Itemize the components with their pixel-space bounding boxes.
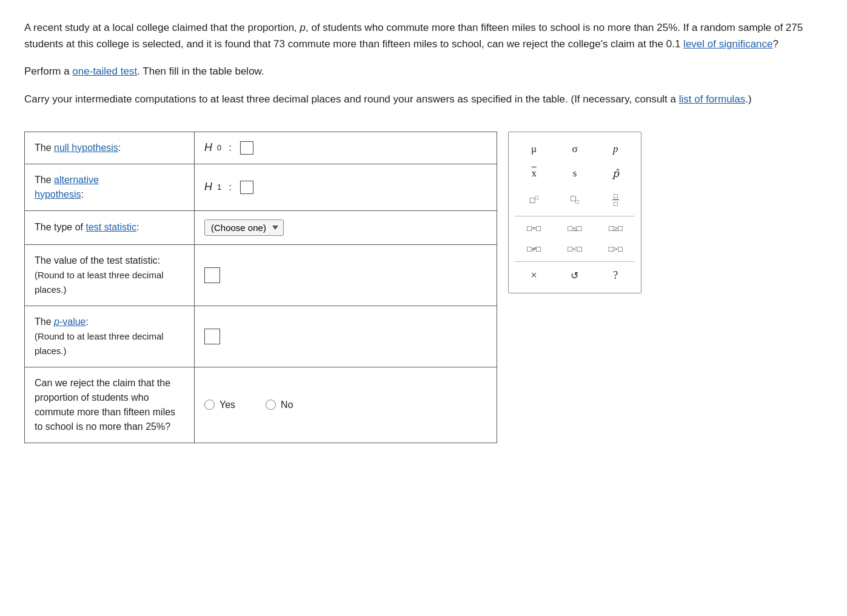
null-hypothesis-input-cell: H0 : [195,132,497,164]
symbol-divider-1 [515,216,635,216]
one-tailed-test-link[interactable]: one-tailed test [72,65,137,77]
h0-subscript: 0 [217,143,221,152]
h1-symbol: H [204,181,212,193]
no-label: No [281,400,293,410]
test-statistic-value-row: The value of the test statistic: (Round … [25,244,497,306]
lt-button[interactable]: □<□ [555,241,594,258]
test-statistic-type-label: The type of test statistic: [25,210,195,244]
s-button[interactable]: s [555,164,594,184]
reject-claim-input-cell: Yes No [195,367,497,443]
intro-paragraph-1: A recent study at a local college claime… [24,19,812,52]
symbol-grid-row4: □=□ □≤□ □≥□ [515,220,635,237]
eq-button[interactable]: □=□ [515,220,553,237]
test-statistic-value-input-cell [195,244,497,306]
null-hypothesis-link[interactable]: null hypothesis [54,142,118,153]
test-statistic-type-input-cell: (Choose one) Z t Chi-square F [195,210,497,244]
alternative-hypothesis-row: The alternativehypothesis: H1 : [25,164,497,210]
yes-label: Yes [219,400,235,410]
p-value-link[interactable]: p-value [54,316,85,327]
symbol-grid-row5: □≠□ □<□ □>□ [515,241,635,258]
p-value-input-cell [195,306,497,367]
level-of-significance-link[interactable]: level of significance [683,38,772,50]
symbol-panel: μ σ p x s p̂ □□ □□ □ □ □=□ □≤□ □≥□ [508,132,641,293]
no-radio-label[interactable]: No [266,400,293,410]
intro-paragraph-3: Carry your intermediate computations to … [24,91,812,107]
intro-paragraph-2: Perform a one-tailed test. Then fill in … [24,63,812,79]
test-statistic-link[interactable]: test statistic [86,222,137,232]
no-radio[interactable] [266,400,276,410]
null-hypothesis-label: The null hypothesis: [25,132,195,164]
undo-button[interactable]: ↺ [555,266,594,286]
geq-button[interactable]: □≥□ [597,220,635,237]
leq-button[interactable]: □≤□ [555,220,594,237]
fraction-button[interactable]: □ □ [597,189,635,211]
help-button[interactable]: ? [597,266,635,286]
sq-superscript-button[interactable]: □□ [515,189,553,211]
yes-radio[interactable] [204,400,215,410]
alternative-hypothesis-label: The alternativehypothesis: [25,164,195,210]
sq-subscript-button[interactable]: □□ [555,189,594,211]
alternative-hypothesis-link[interactable]: alternativehypothesis [35,175,99,199]
times-button[interactable]: × [515,266,553,286]
formulas-link[interactable]: list of formulas [679,93,746,105]
form-table: The null hypothesis: H0 : The alternativ… [24,132,497,443]
neq-button[interactable]: □≠□ [515,241,553,258]
test-statistic-value-box[interactable] [204,267,220,283]
h0-symbol: H [204,141,212,154]
symbol-divider-2 [515,261,635,262]
reject-claim-radio-group: Yes No [204,400,487,410]
test-statistic-dropdown[interactable]: (Choose one) Z t Chi-square F [204,219,284,236]
symbol-grid-row3: □□ □□ □ □ [515,189,635,211]
phat-button[interactable]: p̂ [597,164,635,184]
symbol-grid-row1: μ σ p [515,139,635,159]
p-button[interactable]: p [597,139,635,159]
symbol-grid-bottom: × ↺ ? [515,266,635,286]
h1-subscript: 1 [217,182,221,192]
symbol-grid-row2: x s p̂ [515,164,635,184]
reject-claim-label: Can we reject the claim that the proport… [25,367,195,443]
p-value-label: The p-value: (Round to at least three de… [25,306,195,367]
null-hypothesis-row: The null hypothesis: H0 : [25,132,497,164]
colon-1: : [229,181,232,193]
mu-button[interactable]: μ [515,139,553,159]
test-statistic-value-label: The value of the test statistic: (Round … [25,244,195,306]
test-statistic-type-row: The type of test statistic: (Choose one)… [25,210,497,244]
alternative-hypothesis-input-cell: H1 : [195,164,497,210]
null-hypothesis-box[interactable] [240,141,253,155]
yes-radio-label[interactable]: Yes [204,400,235,410]
p-value-box[interactable] [204,329,220,344]
reject-claim-row: Can we reject the claim that the proport… [25,367,497,443]
sigma-button[interactable]: σ [555,139,594,159]
xbar-button[interactable]: x [515,164,553,184]
gt-button[interactable]: □>□ [597,241,635,258]
alternative-hypothesis-box[interactable] [240,181,253,194]
main-area: The null hypothesis: H0 : The alternativ… [24,132,823,443]
colon-0: : [229,142,232,154]
p-value-row: The p-value: (Round to at least three de… [25,306,497,367]
